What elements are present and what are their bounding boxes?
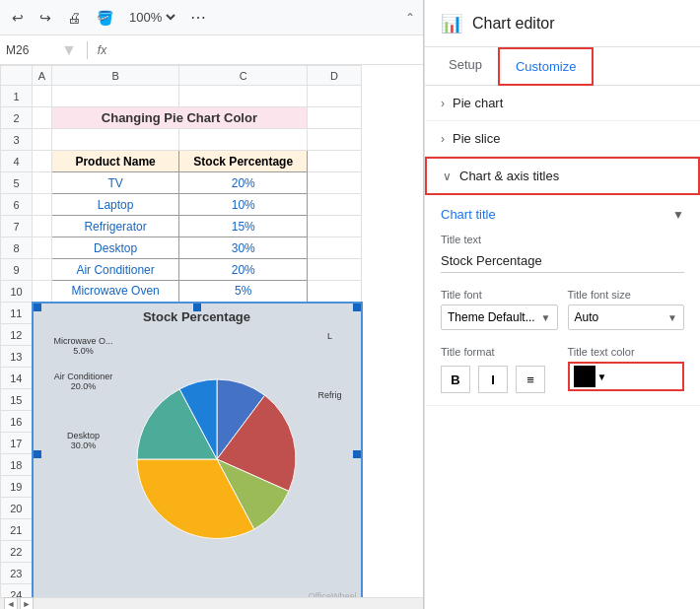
chart-handle-tr[interactable]	[353, 304, 361, 311]
col-header-d[interactable]: D	[308, 66, 362, 86]
cell-a4[interactable]	[33, 151, 52, 172]
row-header-17[interactable]: 17	[1, 433, 33, 454]
row-header-2[interactable]: 2	[1, 107, 33, 129]
section-chart-axis-titles[interactable]: ∨ Chart & axis titles	[425, 157, 700, 195]
row-header-6[interactable]: 6	[1, 194, 33, 216]
cell-b2[interactable]: Changing Pie Chart Color	[51, 107, 307, 129]
row-header-13[interactable]: 13	[1, 346, 33, 368]
cell-a6[interactable]	[33, 194, 52, 216]
row-header-5[interactable]: 5	[1, 172, 33, 194]
chart-title-dropdown-arrow[interactable]: ▼	[672, 208, 684, 222]
cell-d10[interactable]	[308, 281, 362, 303]
cell-d8[interactable]	[308, 237, 362, 259]
row-header-10[interactable]: 10	[1, 281, 33, 303]
cell-c1[interactable]	[179, 86, 308, 107]
chart-handle-tl[interactable]	[34, 304, 41, 311]
color-dropdown-arrow[interactable]: ▼	[597, 372, 607, 382]
col-header-c[interactable]: C	[179, 66, 308, 86]
cell-c3[interactable]	[179, 129, 308, 151]
bold-button[interactable]: B	[441, 366, 470, 393]
chart-title-dropdown-label: Chart title	[441, 207, 496, 222]
row-header-14[interactable]: 14	[1, 368, 33, 389]
row-header-7[interactable]: 7	[1, 216, 33, 237]
chart-handle-ml[interactable]	[34, 450, 41, 458]
cell-a2[interactable]	[33, 107, 52, 129]
title-font-select[interactable]: Theme Default... ▼	[441, 304, 558, 330]
chart-label-microwave-pct: 5.0%	[39, 346, 128, 356]
more-options-icon[interactable]: ⋯	[190, 8, 206, 27]
cell-ref-input[interactable]	[6, 43, 55, 57]
cell-d2[interactable]	[308, 107, 362, 129]
row-header-8[interactable]: 8	[1, 237, 33, 259]
row-header-9[interactable]: 9	[1, 259, 33, 281]
tab-setup[interactable]: Setup	[433, 47, 498, 85]
cell-c4[interactable]: Stock Percentage	[179, 151, 308, 172]
cell-a7[interactable]	[33, 216, 52, 237]
cell-a5[interactable]	[33, 172, 52, 194]
cell-d1[interactable]	[308, 86, 362, 107]
section-pie-slice[interactable]: › Pie slice	[425, 121, 700, 157]
print-button[interactable]: 🖨	[63, 8, 85, 28]
col-header-b[interactable]: B	[51, 66, 179, 86]
formula-input[interactable]	[112, 42, 417, 57]
align-button[interactable]: ≡	[516, 366, 545, 393]
cell-d3[interactable]	[308, 129, 362, 151]
cell-d7[interactable]	[308, 216, 362, 237]
scroll-left-button[interactable]: ◄	[4, 597, 18, 610]
cell-c9[interactable]: 20%	[179, 259, 308, 281]
cell-a8[interactable]	[33, 237, 52, 259]
row-header-19[interactable]: 19	[1, 476, 33, 498]
cell-a9[interactable]	[33, 259, 52, 281]
collapse-toolbar-icon[interactable]: ⌃	[405, 11, 415, 25]
zoom-select[interactable]: 100%	[125, 9, 178, 26]
row-header-1[interactable]: 1	[1, 86, 33, 107]
row-header-20[interactable]: 20	[1, 498, 33, 519]
cell-b7[interactable]: Refrigerator	[51, 216, 179, 237]
row-header-22[interactable]: 22	[1, 541, 33, 563]
cell-b4[interactable]: Product Name	[51, 151, 179, 172]
cell-c5[interactable]: 20%	[179, 172, 308, 194]
cell-a1[interactable]	[33, 86, 52, 107]
section-pie-chart[interactable]: › Pie chart	[425, 86, 700, 121]
redo-button[interactable]: ↪	[35, 8, 55, 28]
col-header-a[interactable]: A	[33, 66, 52, 86]
cell-c7[interactable]: 15%	[179, 216, 308, 237]
cell-b9[interactable]: Air Conditioner	[51, 259, 179, 281]
row-header-18[interactable]: 18	[1, 454, 33, 476]
tab-customize[interactable]: Customize	[498, 47, 594, 86]
cell-d9[interactable]	[308, 259, 362, 281]
row-header-23[interactable]: 23	[1, 563, 33, 584]
section-pie-slice-label: Pie slice	[453, 131, 500, 146]
cell-b1[interactable]	[51, 86, 179, 107]
row-header-15[interactable]: 15	[1, 389, 33, 411]
row-header-11[interactable]: 11	[1, 303, 33, 324]
undo-button[interactable]: ↩	[8, 8, 28, 28]
cell-a3[interactable]	[33, 129, 52, 151]
cell-c8[interactable]: 30%	[179, 237, 308, 259]
row-header-21[interactable]: 21	[1, 519, 33, 541]
cell-d4[interactable]	[308, 151, 362, 172]
cell-b3[interactable]	[51, 129, 179, 151]
cell-d6[interactable]	[308, 194, 362, 216]
cell-b10[interactable]: Microwave Oven	[51, 281, 179, 303]
cell-c10[interactable]: 5%	[179, 281, 308, 303]
title-font-size-select[interactable]: Auto ▼	[568, 304, 685, 330]
chart-handle-mr[interactable]	[353, 450, 361, 458]
paint-button[interactable]: 🪣	[93, 8, 117, 28]
cell-d5[interactable]	[308, 172, 362, 194]
row-header-4[interactable]: 4	[1, 151, 33, 172]
title-text-input[interactable]	[441, 249, 684, 273]
row-header-16[interactable]: 16	[1, 411, 33, 433]
cell-c6[interactable]: 10%	[179, 194, 308, 216]
cell-a10[interactable]	[33, 281, 52, 303]
cell-a11[interactable]: Stock Percentage Microwave O... 5.0% Air…	[33, 303, 362, 606]
scroll-right-button[interactable]: ►	[20, 597, 34, 610]
chart-handle-tm[interactable]	[193, 304, 201, 311]
cell-b5[interactable]: TV	[51, 172, 179, 194]
color-picker[interactable]: ▼	[568, 362, 685, 391]
cell-b6[interactable]: Laptop	[51, 194, 179, 216]
row-header-3[interactable]: 3	[1, 129, 33, 151]
cell-b8[interactable]: Desktop	[51, 237, 179, 259]
italic-button[interactable]: I	[478, 366, 508, 393]
row-header-12[interactable]: 12	[1, 324, 33, 346]
